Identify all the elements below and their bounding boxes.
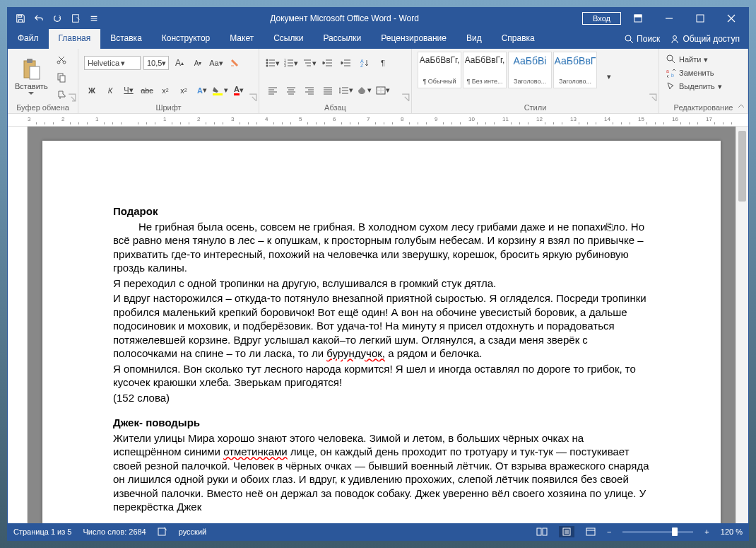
zoom-out-icon[interactable]: −: [607, 527, 611, 536]
dialog-launcher-icon[interactable]: [401, 93, 410, 102]
borders-icon[interactable]: ▾: [375, 83, 391, 98]
indent-dec-icon[interactable]: [320, 56, 336, 70]
proofing-icon[interactable]: [158, 527, 167, 537]
text-effects-icon[interactable]: A▾: [194, 83, 210, 98]
web-layout-icon[interactable]: [586, 527, 596, 536]
style-gallery[interactable]: АаБбВвГг,¶ ОбычныйАаБбВвГг,¶ Без инте...…: [418, 52, 597, 102]
heading: Подарок: [113, 204, 650, 218]
collapse-ribbon-icon[interactable]: [737, 102, 747, 112]
tab-review[interactable]: Рецензирование: [371, 29, 456, 49]
redo-icon[interactable]: [49, 10, 66, 27]
style-item[interactable]: АаБбВвГЗаголово...: [553, 52, 597, 88]
document-viewport[interactable]: Подарок Не грибная была осень, совсем не…: [28, 127, 736, 523]
multilevel-icon[interactable]: ▾: [302, 56, 317, 70]
tab-home[interactable]: Главная: [49, 29, 101, 49]
zoom-slider[interactable]: [622, 531, 693, 533]
font-size-combo[interactable]: 10,5▾: [143, 56, 169, 70]
ribbon-display-icon[interactable]: [624, 8, 652, 29]
vertical-scrollbar[interactable]: [736, 127, 748, 523]
align-center-icon[interactable]: [283, 83, 299, 98]
tab-references[interactable]: Ссылки: [264, 29, 313, 49]
bullets-icon[interactable]: ▾: [265, 56, 280, 70]
align-right-icon[interactable]: [302, 83, 317, 98]
zoom-level[interactable]: 120 %: [721, 527, 743, 536]
italic-icon[interactable]: К: [102, 83, 118, 98]
svg-rect-29: [543, 528, 547, 535]
paragraph: Жители улицы Мира хорошо знают этого чел…: [113, 431, 650, 514]
change-case-icon[interactable]: Aa▾: [208, 56, 224, 70]
indent-inc-icon[interactable]: [338, 56, 354, 70]
sort-icon[interactable]: AZ: [357, 56, 372, 70]
svg-rect-4: [697, 15, 704, 22]
svg-point-6: [673, 36, 677, 40]
qat-customize-icon[interactable]: [85, 10, 102, 27]
read-mode-icon[interactable]: [536, 527, 548, 536]
group-clipboard: Вставить Буфер обмена: [8, 49, 78, 113]
search-button[interactable]: Поиск: [624, 34, 660, 44]
font-color-icon[interactable]: A▾: [231, 83, 247, 98]
strike-icon[interactable]: abc: [139, 83, 155, 98]
dialog-launcher-icon[interactable]: [649, 93, 657, 102]
share-button[interactable]: Общий доступ: [670, 34, 740, 44]
shrink-font-icon[interactable]: A▾: [190, 56, 206, 70]
signin-button[interactable]: Вход: [582, 12, 621, 25]
vertical-ruler[interactable]: [8, 127, 28, 523]
tab-design[interactable]: Конструктор: [152, 29, 220, 49]
clear-format-icon[interactable]: [227, 56, 242, 70]
group-editing: Найти ▾ abЗаменить Выделить ▾ Редактиров…: [659, 49, 748, 113]
show-marks-icon[interactable]: ¶: [375, 56, 391, 70]
highlight-icon[interactable]: ▾: [213, 83, 228, 98]
numbering-icon[interactable]: 123▾: [283, 56, 299, 70]
horizontal-ruler[interactable]: 3211234567891011121314151617: [8, 114, 748, 127]
grow-font-icon[interactable]: A▴: [172, 56, 187, 70]
print-layout-icon[interactable]: [559, 526, 574, 537]
group-paragraph: ▾ 123▾ ▾ AZ ¶ ▾ ▾ ▾ Абза: [259, 49, 412, 113]
copy-icon[interactable]: [54, 70, 69, 84]
bold-icon[interactable]: Ж: [84, 83, 100, 98]
language-indicator[interactable]: русский: [179, 527, 206, 536]
minimize-icon[interactable]: [655, 8, 683, 29]
paste-button[interactable]: Вставить: [13, 52, 49, 102]
dialog-launcher-icon[interactable]: [249, 93, 257, 102]
save-icon[interactable]: [12, 10, 29, 27]
document-body[interactable]: Подарок Не грибная была осень, совсем не…: [113, 204, 650, 514]
styles-more-icon[interactable]: ▾: [601, 70, 617, 84]
tab-mailings[interactable]: Рассылки: [313, 29, 371, 49]
style-item[interactable]: АаБбВвГг,¶ Без инте...: [463, 52, 507, 88]
page-indicator[interactable]: Страница 1 из 5: [13, 527, 71, 536]
tab-help[interactable]: Справка: [492, 29, 545, 49]
align-left-icon[interactable]: [265, 83, 280, 98]
cut-icon[interactable]: [54, 52, 69, 66]
tab-layout[interactable]: Макет: [220, 29, 264, 49]
tab-insert[interactable]: Вставка: [100, 29, 152, 49]
style-item[interactable]: АаБбВіЗаголово...: [508, 52, 552, 88]
tab-view[interactable]: Вид: [456, 29, 492, 49]
find-button[interactable]: Найти ▾: [666, 54, 722, 64]
zoom-in-icon[interactable]: +: [704, 527, 709, 536]
svg-rect-8: [27, 59, 33, 63]
statusbar: Страница 1 из 5 Число слов: 2684 русский…: [8, 523, 748, 540]
app-window: Документ Microsoft Office Word - Word Вх…: [7, 7, 749, 541]
underline-icon[interactable]: Ч▾: [121, 83, 136, 98]
style-item[interactable]: АаБбВвГг,¶ Обычный: [418, 52, 461, 88]
quick-access-toolbar: [8, 10, 107, 27]
replace-button[interactable]: abЗаменить: [666, 68, 722, 78]
subscript-icon[interactable]: x2: [158, 83, 173, 98]
maximize-icon[interactable]: [686, 8, 714, 29]
font-name-combo[interactable]: Helvetica▾: [84, 56, 141, 70]
scroll-thumb[interactable]: [738, 131, 746, 202]
select-button[interactable]: Выделить ▾: [666, 81, 722, 91]
shading-icon[interactable]: ▾: [357, 83, 372, 98]
tab-file[interactable]: Файл: [8, 29, 49, 49]
line-spacing-icon[interactable]: ▾: [338, 83, 354, 98]
quick-print-icon[interactable]: [67, 10, 84, 27]
page-area: Подарок Не грибная была осень, совсем не…: [8, 127, 748, 523]
superscript-icon[interactable]: x2: [176, 83, 191, 98]
zoom-handle[interactable]: [672, 527, 678, 536]
format-painter-icon[interactable]: [54, 88, 69, 102]
close-icon[interactable]: [717, 8, 745, 29]
undo-icon[interactable]: [30, 10, 47, 27]
word-count[interactable]: Число слов: 2684: [83, 527, 146, 536]
dialog-launcher-icon[interactable]: [68, 93, 76, 102]
justify-icon[interactable]: [320, 83, 336, 98]
